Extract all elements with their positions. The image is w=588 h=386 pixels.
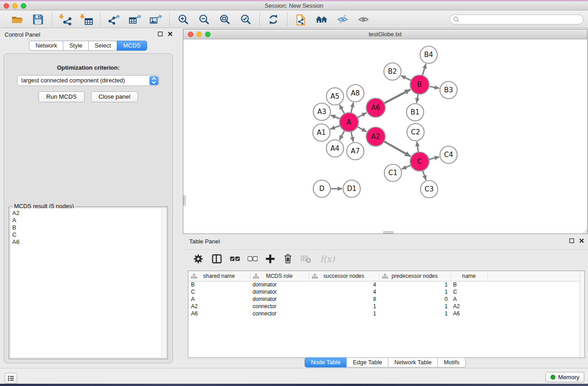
resize-grip-icon[interactable] xyxy=(582,228,587,234)
zoom-in-button[interactable] xyxy=(177,13,190,26)
graph-node-B[interactable]: B xyxy=(410,75,429,94)
table-cell[interactable]: 1 xyxy=(379,310,450,317)
zoom-out-button[interactable] xyxy=(198,13,210,26)
graph-edge-C-C2[interactable] xyxy=(417,142,418,152)
graph-node-C1[interactable]: C1 xyxy=(384,164,402,181)
save-session-button[interactable] xyxy=(32,13,44,26)
graph-node-A7[interactable]: A7 xyxy=(347,143,364,160)
graph-node-C[interactable]: C xyxy=(410,152,429,171)
graph-edge-C-C4[interactable] xyxy=(429,157,439,159)
home-button[interactable] xyxy=(316,13,328,26)
optimization-criterion-dropdown[interactable]: largest connected component (directed) xyxy=(17,75,159,86)
node-table[interactable]: shared name MCDS role successor nodes pr… xyxy=(188,271,585,358)
graph-node-A4[interactable]: A4 xyxy=(326,140,344,157)
graph-node-A8[interactable]: A8 xyxy=(347,85,364,102)
graph-edge-A6-B[interactable] xyxy=(384,90,411,104)
graph-edge-A-A7[interactable] xyxy=(351,132,353,142)
graph-edge-C-C1[interactable] xyxy=(402,165,411,169)
graph-edge-C-C3[interactable] xyxy=(423,171,426,180)
table-scrollbar[interactable] xyxy=(579,271,584,357)
table-row[interactable]: A2connector11A2 xyxy=(188,303,584,310)
tab-style[interactable]: Style xyxy=(63,41,89,51)
col-shared-name[interactable]: shared name xyxy=(188,271,250,281)
graph-node-C4[interactable]: C4 xyxy=(440,146,457,163)
table-row[interactable]: A6connector11A6 xyxy=(188,310,584,317)
col-mcds-role[interactable]: MCDS role xyxy=(250,271,309,281)
graph-node-A2[interactable]: A2 xyxy=(366,127,385,146)
add-column-icon[interactable] xyxy=(265,254,275,264)
table-cell[interactable]: connector xyxy=(250,310,309,317)
table-cell[interactable] xyxy=(488,303,584,310)
table-cell[interactable]: 1 xyxy=(379,288,450,295)
table-cell[interactable]: A2 xyxy=(188,303,250,310)
network-file-button[interactable] xyxy=(295,13,307,26)
graph-edge-A-A3[interactable] xyxy=(331,115,340,119)
memory-button[interactable]: Memory xyxy=(545,372,584,382)
graph-node-B3[interactable]: B3 xyxy=(440,81,457,99)
graph-edge-A-A6[interactable] xyxy=(357,113,366,118)
table-cell[interactable]: A2 xyxy=(450,303,488,310)
network-window-titlebar[interactable]: testGlobe.txt xyxy=(183,29,587,39)
table-cell[interactable]: dominator xyxy=(250,288,309,295)
graph-edge-A-A2[interactable] xyxy=(357,127,366,132)
network-canvas-svg[interactable]: AA1A2A3A4A5A6A7A8BB1B2B3B4CC1C2C3C4DD1 xyxy=(183,39,587,234)
table-cell[interactable] xyxy=(488,310,584,317)
graph-edge-B-B3[interactable] xyxy=(429,86,440,88)
table-cell[interactable]: 1 xyxy=(309,310,379,317)
result-list-item[interactable]: A6 xyxy=(10,238,166,246)
table-cell[interactable]: 1 xyxy=(309,303,379,310)
toolbar-search[interactable] xyxy=(449,14,583,24)
network-left-scrollbar-thumb[interactable] xyxy=(183,195,186,205)
graph-edge-A-A4[interactable] xyxy=(339,131,344,140)
run-mcds-button[interactable]: Run MCDS xyxy=(38,91,84,102)
tab-network[interactable]: Network xyxy=(29,41,63,51)
export-table-button[interactable] xyxy=(129,13,141,26)
export-network-button[interactable] xyxy=(108,13,120,26)
table-cell[interactable]: 4 xyxy=(309,281,379,288)
delete-table-icon[interactable] xyxy=(301,254,311,264)
tab-network-table[interactable]: Network Table xyxy=(388,357,438,367)
graph-edge-A-A1[interactable] xyxy=(330,125,340,129)
table-row[interactable]: Adominator80A xyxy=(188,295,584,303)
table-cell[interactable] xyxy=(488,281,584,288)
deselect-all-checkboxes-icon[interactable] xyxy=(248,256,258,262)
select-all-checkboxes-icon[interactable] xyxy=(230,256,240,262)
table-cell[interactable]: A xyxy=(450,295,488,303)
table-cell[interactable]: A6 xyxy=(450,310,488,317)
tab-select[interactable]: Select xyxy=(88,41,117,51)
table-cell[interactable] xyxy=(488,295,584,303)
graph-node-B4[interactable]: B4 xyxy=(420,46,437,63)
result-list-item[interactable]: A xyxy=(10,217,166,224)
graph-edge-A-A8[interactable] xyxy=(351,103,353,113)
tab-motifs[interactable]: Motifs xyxy=(437,357,466,367)
table-cell[interactable]: B xyxy=(450,281,488,288)
import-table-button[interactable] xyxy=(80,13,93,26)
graph-node-A[interactable]: A xyxy=(339,113,359,132)
result-list-item[interactable]: A2 xyxy=(10,208,166,217)
graph-node-A6[interactable]: A6 xyxy=(366,98,385,117)
graph-edge-B-B4[interactable] xyxy=(422,64,426,76)
mcds-result-list[interactable]: A2ABCA6 xyxy=(10,208,166,357)
graph-edge-B-B1[interactable] xyxy=(416,94,418,103)
table-cell[interactable]: dominator xyxy=(250,281,309,288)
column-sidebar-icon[interactable] xyxy=(211,253,222,264)
graph-edge-A2-C[interactable] xyxy=(384,141,411,156)
trash-icon[interactable] xyxy=(283,253,293,264)
show-details-button[interactable] xyxy=(357,13,370,26)
table-row[interactable]: Bdominator41B xyxy=(188,281,584,288)
graph-node-C3[interactable]: C3 xyxy=(421,181,438,198)
export-image-button[interactable] xyxy=(149,13,162,26)
graph-node-C2[interactable]: C2 xyxy=(407,124,424,141)
tab-node-table[interactable]: Node Table xyxy=(305,357,347,367)
close-panel-icon[interactable] xyxy=(579,238,584,243)
refresh-button[interactable] xyxy=(267,13,280,26)
table-header-row[interactable]: shared name MCDS role successor nodes pr… xyxy=(188,271,584,281)
graph-edge-A-A5[interactable] xyxy=(339,105,344,114)
gear-icon[interactable] xyxy=(193,253,204,264)
zoom-fit-button[interactable] xyxy=(219,13,231,26)
zoom-selected-button[interactable] xyxy=(239,13,252,26)
close-panel-icon[interactable] xyxy=(167,31,173,37)
search-input[interactable] xyxy=(460,15,583,24)
result-list-item[interactable]: C xyxy=(10,231,166,238)
graph-node-D1[interactable]: D1 xyxy=(343,180,360,197)
